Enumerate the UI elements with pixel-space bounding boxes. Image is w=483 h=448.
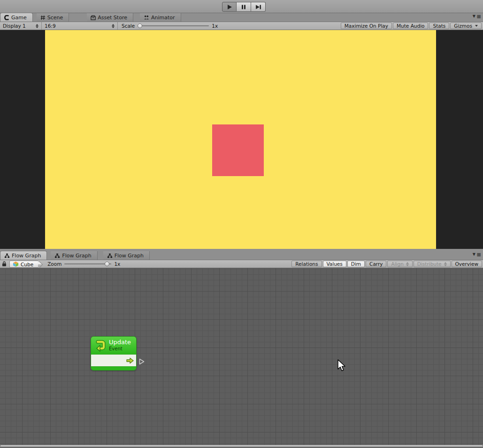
game-render-surface [45, 30, 436, 249]
node-subtitle: Event [109, 346, 131, 352]
flow-graph-icon [4, 253, 10, 258]
arrow-right-port-icon[interactable] [126, 357, 134, 364]
display-dropdown[interactable]: Display 1 [0, 22, 42, 30]
tab-flow-graph-3[interactable]: Flow Graph [103, 251, 150, 260]
main-toolbar [0, 0, 483, 13]
tab-label: Flow Graph [115, 253, 144, 259]
unity-editor-window: Game Scene Asset Store Animator ▼≡ Displ… [0, 0, 483, 448]
tab-label: Flow Graph [62, 253, 91, 259]
update-event-node-footer [91, 367, 136, 370]
play-icon [227, 4, 232, 10]
step-forward-icon [255, 4, 261, 10]
pause-icon [241, 4, 246, 10]
tab-label: Animator [151, 15, 175, 21]
lock-icon[interactable] [2, 260, 7, 268]
tab-label: Asset Store [98, 15, 127, 21]
tab-scene[interactable]: Scene [37, 13, 69, 22]
animator-people-icon [144, 15, 149, 20]
game-view-icon [4, 15, 9, 20]
align-dropdown-button[interactable]: Align [387, 261, 412, 267]
scale-label: Scale [118, 22, 138, 30]
step-button[interactable] [251, 2, 266, 12]
flow-graph-icon [54, 253, 60, 258]
update-event-node-header[interactable]: Update Event [91, 337, 136, 354]
transport-controls [222, 2, 266, 12]
tab-flow-graph-2[interactable]: Flow Graph [51, 251, 97, 260]
output-connection-triangle-icon[interactable] [139, 358, 145, 365]
tab-label: Scene [47, 15, 63, 21]
pause-button[interactable] [237, 2, 251, 12]
update-event-node[interactable]: Update Event [91, 336, 137, 371]
scale-slider[interactable] [138, 22, 209, 30]
flow-graph-icon [107, 253, 113, 258]
horizontal-scrollbar-thumb[interactable] [0, 445, 483, 447]
dropdown-arrows-icon [36, 24, 38, 28]
zoom-slider[interactable] [64, 260, 111, 268]
dim-button[interactable]: Dim [347, 261, 365, 267]
flow-graph-toolbar: Cube Zoom 1x Relations Values Dim Carry … [0, 260, 483, 268]
dropdown-arrows-icon [406, 262, 409, 266]
mute-audio-button[interactable]: Mute Audio [393, 23, 428, 29]
play-button[interactable] [222, 2, 237, 12]
graph-breadcrumb-cube[interactable]: Cube [9, 261, 38, 268]
node-title: Update [109, 339, 131, 346]
dropdown-arrows-icon [444, 262, 447, 266]
maximize-on-play-button[interactable]: Maximize On Play [341, 23, 392, 29]
tab-flow-graph-1[interactable]: Flow Graph [0, 251, 47, 260]
tab-animator[interactable]: Animator [140, 13, 181, 22]
tab-game[interactable]: Game [0, 13, 33, 22]
game-viewport [0, 30, 483, 249]
flow-panel-tabbar: Flow Graph Flow Graph Flow Graph ▼≡ [0, 249, 483, 260]
tab-label: Game [11, 15, 27, 21]
dropdown-arrows-icon [112, 24, 115, 28]
asset-store-box-icon [91, 15, 96, 20]
dropdown-arrow-icon [475, 25, 478, 27]
flow-graph-canvas[interactable] [0, 268, 483, 445]
mouse-cursor-icon [337, 359, 346, 372]
gizmos-dropdown-button[interactable]: Gizmos [450, 23, 482, 29]
game-panel-tabbar: Game Scene Asset Store Animator ▼≡ [0, 13, 483, 22]
stats-button[interactable]: Stats [429, 23, 449, 29]
aspect-ratio-dropdown[interactable]: 16:9 [42, 22, 118, 30]
values-button[interactable]: Values [323, 261, 346, 267]
distribute-dropdown-button[interactable]: Distribute [414, 261, 451, 267]
cube-icon [13, 261, 19, 267]
panel-menu-icon[interactable]: ▼≡ [473, 252, 481, 257]
scene-grid-icon [40, 15, 46, 20]
overview-button[interactable]: Overview [452, 261, 482, 267]
game-view-toolbar: Display 1 16:9 Scale 1x Maximize On Play… [0, 22, 483, 30]
update-event-node-body [91, 354, 136, 367]
tab-asset-store[interactable]: Asset Store [87, 13, 133, 22]
scale-value: 1x [209, 22, 221, 30]
loop-arrow-icon [94, 340, 106, 352]
tab-label: Flow Graph [12, 253, 41, 259]
carry-button[interactable]: Carry [366, 261, 386, 267]
panel-menu-icon[interactable]: ▼≡ [473, 14, 481, 19]
zoom-label: Zoom [43, 260, 64, 268]
zoom-slider-thumb[interactable] [105, 262, 109, 266]
relations-button[interactable]: Relations [291, 261, 322, 267]
zoom-value: 1x [111, 260, 123, 268]
scale-slider-thumb[interactable] [138, 23, 142, 28]
game-red-square [212, 124, 264, 176]
